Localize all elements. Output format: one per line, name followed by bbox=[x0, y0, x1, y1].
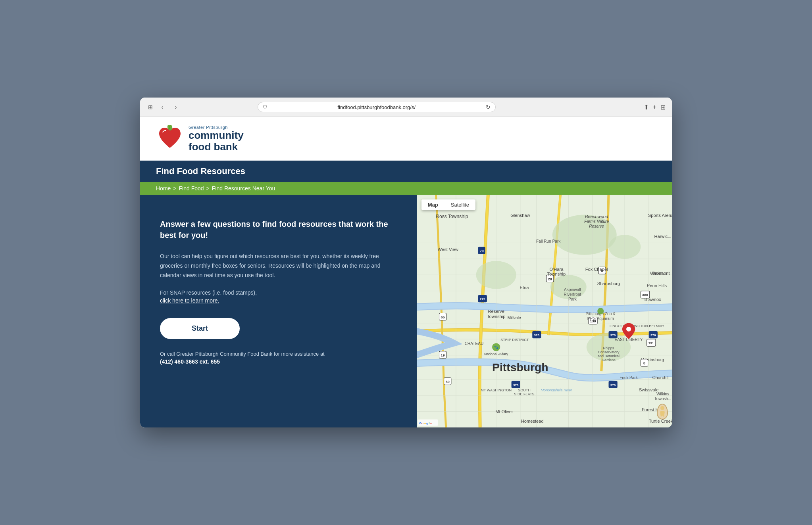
svg-text:SIDE FLATS: SIDE FLATS bbox=[514, 392, 534, 396]
svg-text:and Botanical: and Botanical bbox=[598, 354, 620, 358]
svg-text:60: 60 bbox=[445, 380, 449, 384]
svg-text:Frick Park: Frick Park bbox=[620, 376, 638, 380]
main-content: Answer a few questions to find food reso… bbox=[140, 195, 672, 427]
svg-text:Blawnox: Blawnox bbox=[645, 297, 661, 302]
url-input[interactable] bbox=[270, 104, 483, 110]
svg-text:Churchill: Churchill bbox=[652, 376, 669, 380]
svg-text:O'Hara: O'Hara bbox=[549, 267, 564, 272]
logo-community-food-bank: communityfood bank bbox=[189, 130, 244, 152]
address-bar[interactable]: 🛡 ↻ bbox=[258, 102, 496, 112]
map-view-button[interactable]: Map bbox=[421, 199, 444, 210]
streetview-icon[interactable] bbox=[657, 404, 668, 420]
logo-text: Greater Pittsburgh communityfood bank bbox=[189, 125, 244, 152]
svg-text:West View: West View bbox=[437, 247, 458, 252]
svg-text:Gardens: Gardens bbox=[602, 358, 616, 362]
browser-actions: ⬆ + ⊞ bbox=[644, 103, 666, 111]
svg-text:Fall Run Park: Fall Run Park bbox=[536, 239, 561, 243]
svg-text:Reserve: Reserve bbox=[488, 309, 504, 314]
svg-text:o: o bbox=[421, 422, 423, 425]
new-tab-button[interactable]: + bbox=[653, 103, 656, 111]
svg-text:Etna: Etna bbox=[520, 285, 529, 290]
svg-text:Swissvale: Swissvale bbox=[639, 387, 658, 392]
breadcrumb-find-food: Find Food bbox=[179, 185, 204, 192]
map-toggle: Map Satellite bbox=[421, 199, 475, 210]
snap-text: For SNAP resources (i.e. food stamps), bbox=[160, 289, 397, 296]
svg-point-118 bbox=[660, 406, 664, 410]
svg-point-110 bbox=[626, 327, 631, 331]
svg-text:Harwic...: Harwic... bbox=[654, 234, 671, 239]
svg-text:Millvale: Millvale bbox=[508, 316, 521, 320]
svg-text:Ross Township: Ross Township bbox=[436, 214, 468, 219]
svg-text:791: 791 bbox=[648, 341, 654, 345]
svg-text:SOUTH: SOUTH bbox=[518, 388, 531, 392]
site-header: Greater Pittsburgh communityfood bank bbox=[140, 117, 672, 161]
svg-text:79: 79 bbox=[479, 249, 483, 253]
breadcrumb-bar: Home > Find Food > Find Resources Near Y… bbox=[140, 182, 672, 195]
svg-text:Township: Township bbox=[487, 314, 505, 319]
svg-text:8: 8 bbox=[643, 361, 645, 365]
svg-text:Turtle Creek: Turtle Creek bbox=[648, 419, 672, 423]
right-panel: Map Satellite bbox=[417, 195, 672, 427]
svg-text:Aspinwall: Aspinwall bbox=[564, 287, 581, 292]
svg-text:Pittsburgh: Pittsburgh bbox=[492, 361, 548, 374]
svg-text:28: 28 bbox=[548, 277, 552, 281]
svg-text:279: 279 bbox=[480, 297, 485, 301]
svg-text:Wilkins: Wilkins bbox=[656, 392, 669, 396]
svg-text:Monongahela River: Monongahela River bbox=[541, 388, 572, 392]
breadcrumb-current[interactable]: Find Resources Near You bbox=[212, 185, 275, 192]
svg-text:Townsh...: Townsh... bbox=[654, 397, 672, 401]
svg-text:l: l bbox=[429, 422, 429, 425]
breadcrumb-sep1: > bbox=[173, 185, 176, 192]
refresh-icon[interactable]: ↻ bbox=[486, 104, 491, 110]
site-nav: Find Food Resources bbox=[140, 161, 672, 182]
map-container: Map Satellite bbox=[417, 195, 672, 427]
page-title: Find Food Resources bbox=[156, 166, 656, 176]
svg-text:Reserve: Reserve bbox=[589, 224, 604, 228]
svg-text:Verona: Verona bbox=[650, 271, 664, 276]
website-content: Greater Pittsburgh communityfood bank Fi… bbox=[140, 117, 672, 427]
forward-button[interactable]: › bbox=[170, 102, 181, 113]
svg-text:Homestead: Homestead bbox=[521, 419, 544, 423]
svg-text:Riverfront: Riverfront bbox=[564, 292, 581, 297]
satellite-view-button[interactable]: Satellite bbox=[444, 199, 475, 210]
svg-text:Glenshaw: Glenshaw bbox=[510, 213, 530, 218]
snap-link[interactable]: click here to learn more. bbox=[160, 297, 397, 304]
svg-text:65: 65 bbox=[441, 315, 444, 319]
svg-text:CHATEAU: CHATEAU bbox=[465, 342, 484, 346]
map-image: 79 279 376 28 8 bbox=[417, 195, 672, 427]
breadcrumb-home: Home bbox=[156, 185, 171, 192]
svg-text:Sharpsburg: Sharpsburg bbox=[597, 281, 620, 286]
start-button[interactable]: Start bbox=[160, 318, 240, 339]
svg-text:PPG Aquarium: PPG Aquarium bbox=[587, 316, 614, 321]
tab-grid-icon[interactable]: ⊞ bbox=[146, 104, 154, 110]
svg-text:Conservatory: Conservatory bbox=[598, 350, 620, 354]
panel-description: Our tool can help you figure out which r… bbox=[160, 252, 397, 280]
svg-text:19: 19 bbox=[441, 353, 444, 357]
svg-text:STRIP DISTRICT: STRIP DISTRICT bbox=[500, 338, 529, 342]
svg-text:MT WASHINGTON: MT WASHINGTON bbox=[481, 388, 512, 392]
logo-container: Greater Pittsburgh communityfood bank bbox=[156, 125, 244, 153]
grid-button[interactable]: ⊞ bbox=[660, 103, 666, 111]
svg-text:Beechwood: Beechwood bbox=[585, 214, 608, 219]
share-button[interactable]: ⬆ bbox=[644, 103, 649, 111]
svg-text:🐾: 🐾 bbox=[494, 345, 498, 350]
left-panel: Answer a few questions to find food reso… bbox=[140, 195, 417, 427]
browser-window: ⊞ ‹ › 🛡 ↻ ⬆ + ⊞ bbox=[140, 98, 672, 427]
security-icon: 🛡 bbox=[263, 105, 267, 109]
svg-text:376: 376 bbox=[650, 333, 656, 337]
browser-chrome: ⊞ ‹ › 🛡 ↻ ⬆ + ⊞ bbox=[140, 98, 672, 117]
svg-text:Fox Chapel: Fox Chapel bbox=[585, 267, 608, 272]
svg-point-77 bbox=[597, 308, 604, 314]
svg-text:Park: Park bbox=[568, 297, 577, 301]
call-text: Or call Greater Pittsburgh Community Foo… bbox=[160, 351, 397, 357]
svg-text:e: e bbox=[430, 422, 432, 425]
panel-heading: Answer a few questions to find food reso… bbox=[160, 218, 397, 241]
svg-text:o: o bbox=[424, 422, 426, 425]
svg-text:Farms Nature: Farms Nature bbox=[584, 219, 609, 224]
breadcrumb-sep2: > bbox=[206, 185, 210, 192]
svg-text:Township: Township bbox=[547, 272, 566, 276]
svg-text:376: 376 bbox=[513, 383, 519, 387]
svg-text:Mt Oliver: Mt Oliver bbox=[495, 410, 513, 414]
svg-text:National Aviary: National Aviary bbox=[484, 352, 508, 356]
back-button[interactable]: ‹ bbox=[157, 102, 168, 113]
